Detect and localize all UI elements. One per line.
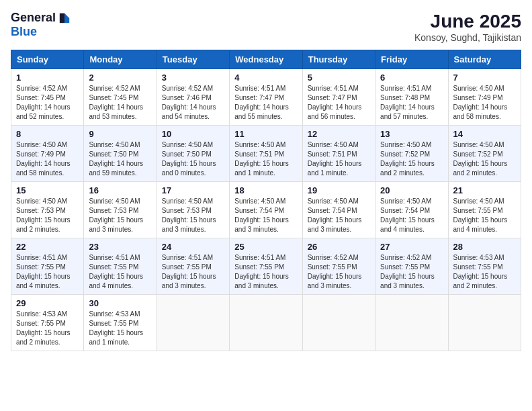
- day-info: Sunrise: 4:51 AMSunset: 7:47 PMDaylight:…: [234, 85, 289, 120]
- table-row: [448, 295, 521, 351]
- day-number: 4: [234, 73, 297, 83]
- calendar-header-saturday: Saturday: [448, 50, 521, 69]
- day-info: Sunrise: 4:50 AMSunset: 7:54 PMDaylight:…: [234, 197, 289, 233]
- day-info: Sunrise: 4:50 AMSunset: 7:54 PMDaylight:…: [380, 197, 435, 233]
- day-info: Sunrise: 4:52 AMSunset: 7:46 PMDaylight:…: [162, 85, 216, 120]
- day-number: 29: [16, 298, 79, 308]
- day-info: Sunrise: 4:51 AMSunset: 7:47 PMDaylight:…: [308, 85, 362, 120]
- table-row: 11 Sunrise: 4:50 AMSunset: 7:51 PMDaylig…: [230, 126, 302, 182]
- day-info: Sunrise: 4:53 AMSunset: 7:55 PMDaylight:…: [16, 310, 71, 346]
- table-row: 28 Sunrise: 4:53 AMSunset: 7:55 PMDaylig…: [448, 238, 521, 295]
- day-info: Sunrise: 4:50 AMSunset: 7:54 PMDaylight:…: [308, 197, 362, 233]
- day-info: Sunrise: 4:52 AMSunset: 7:45 PMDaylight:…: [16, 85, 71, 120]
- table-row: 10 Sunrise: 4:50 AMSunset: 7:50 PMDaylig…: [157, 126, 229, 182]
- calendar-week-row: 1 Sunrise: 4:52 AMSunset: 7:45 PMDayligh…: [11, 69, 521, 126]
- table-row: 20 Sunrise: 4:50 AMSunset: 7:54 PMDaylig…: [375, 182, 448, 238]
- day-number: 25: [234, 242, 297, 252]
- logo-general: General: [11, 11, 56, 25]
- day-info: Sunrise: 4:51 AMSunset: 7:55 PMDaylight:…: [89, 254, 143, 289]
- logo-blue: Blue: [11, 25, 37, 39]
- table-row: 19 Sunrise: 4:50 AMSunset: 7:54 PMDaylig…: [302, 182, 375, 238]
- day-number: 16: [89, 185, 151, 195]
- day-number: 14: [453, 129, 516, 139]
- table-row: 1 Sunrise: 4:52 AMSunset: 7:45 PMDayligh…: [11, 69, 84, 126]
- location-subtitle: Konsoy, Sughd, Tajikistan: [414, 32, 521, 43]
- calendar-header-row: SundayMondayTuesdayWednesdayThursdayFrid…: [11, 50, 521, 69]
- table-row: 5 Sunrise: 4:51 AMSunset: 7:47 PMDayligh…: [302, 69, 375, 126]
- month-year-title: June 2025: [414, 11, 521, 32]
- day-info: Sunrise: 4:52 AMSunset: 7:45 PMDaylight:…: [89, 85, 143, 120]
- day-number: 18: [234, 185, 297, 195]
- table-row: 2 Sunrise: 4:52 AMSunset: 7:45 PMDayligh…: [84, 69, 157, 126]
- day-info: Sunrise: 4:50 AMSunset: 7:51 PMDaylight:…: [234, 141, 289, 177]
- table-row: 16 Sunrise: 4:50 AMSunset: 7:53 PMDaylig…: [84, 182, 157, 238]
- table-row: 13 Sunrise: 4:50 AMSunset: 7:52 PMDaylig…: [375, 126, 448, 182]
- day-info: Sunrise: 4:50 AMSunset: 7:52 PMDaylight:…: [380, 141, 435, 177]
- table-row: [375, 295, 448, 351]
- table-row: 22 Sunrise: 4:51 AMSunset: 7:55 PMDaylig…: [11, 238, 84, 295]
- table-row: [302, 295, 375, 351]
- day-info: Sunrise: 4:52 AMSunset: 7:55 PMDaylight:…: [308, 254, 362, 289]
- title-block: June 2025 Konsoy, Sughd, Tajikistan: [414, 11, 521, 43]
- calendar-week-row: 22 Sunrise: 4:51 AMSunset: 7:55 PMDaylig…: [11, 238, 521, 295]
- logo-icon: [58, 12, 71, 24]
- calendar-header-tuesday: Tuesday: [157, 50, 229, 69]
- day-info: Sunrise: 4:50 AMSunset: 7:55 PMDaylight:…: [453, 197, 508, 233]
- day-info: Sunrise: 4:50 AMSunset: 7:53 PMDaylight:…: [16, 197, 71, 233]
- calendar-header-thursday: Thursday: [302, 50, 375, 69]
- day-number: 30: [89, 298, 151, 308]
- table-row: 17 Sunrise: 4:50 AMSunset: 7:53 PMDaylig…: [157, 182, 229, 238]
- day-number: 8: [16, 129, 79, 139]
- day-number: 1: [16, 73, 79, 83]
- table-row: 26 Sunrise: 4:52 AMSunset: 7:55 PMDaylig…: [302, 238, 375, 295]
- day-info: Sunrise: 4:51 AMSunset: 7:48 PMDaylight:…: [380, 85, 435, 120]
- calendar-header-monday: Monday: [84, 50, 157, 69]
- day-number: 7: [453, 73, 516, 83]
- day-number: 9: [89, 129, 151, 139]
- table-row: 14 Sunrise: 4:50 AMSunset: 7:52 PMDaylig…: [448, 126, 521, 182]
- table-row: 15 Sunrise: 4:50 AMSunset: 7:53 PMDaylig…: [11, 182, 84, 238]
- day-number: 12: [308, 129, 370, 139]
- day-info: Sunrise: 4:51 AMSunset: 7:55 PMDaylight:…: [16, 254, 71, 289]
- day-info: Sunrise: 4:53 AMSunset: 7:55 PMDaylight:…: [453, 254, 508, 289]
- table-row: 21 Sunrise: 4:50 AMSunset: 7:55 PMDaylig…: [448, 182, 521, 238]
- table-row: 27 Sunrise: 4:52 AMSunset: 7:55 PMDaylig…: [375, 238, 448, 295]
- day-number: 5: [308, 73, 370, 83]
- calendar-week-row: 29 Sunrise: 4:53 AMSunset: 7:55 PMDaylig…: [11, 295, 521, 351]
- day-number: 10: [162, 129, 224, 139]
- calendar-table: SundayMondayTuesdayWednesdayThursdayFrid…: [11, 50, 521, 351]
- day-number: 3: [162, 73, 224, 83]
- day-number: 20: [380, 185, 443, 195]
- table-row: 23 Sunrise: 4:51 AMSunset: 7:55 PMDaylig…: [84, 238, 157, 295]
- table-row: 4 Sunrise: 4:51 AMSunset: 7:47 PMDayligh…: [230, 69, 302, 126]
- table-row: [157, 295, 229, 351]
- day-number: 24: [162, 242, 224, 252]
- day-info: Sunrise: 4:50 AMSunset: 7:53 PMDaylight:…: [89, 197, 143, 233]
- table-row: 29 Sunrise: 4:53 AMSunset: 7:55 PMDaylig…: [11, 295, 84, 351]
- day-number: 2: [89, 73, 151, 83]
- calendar-week-row: 8 Sunrise: 4:50 AMSunset: 7:49 PMDayligh…: [11, 126, 521, 182]
- table-row: 24 Sunrise: 4:51 AMSunset: 7:55 PMDaylig…: [157, 238, 229, 295]
- table-row: 8 Sunrise: 4:50 AMSunset: 7:49 PMDayligh…: [11, 126, 84, 182]
- table-row: 9 Sunrise: 4:50 AMSunset: 7:50 PMDayligh…: [84, 126, 157, 182]
- calendar-week-row: 15 Sunrise: 4:50 AMSunset: 7:53 PMDaylig…: [11, 182, 521, 238]
- svg-marker-1: [64, 18, 69, 23]
- table-row: 25 Sunrise: 4:51 AMSunset: 7:55 PMDaylig…: [230, 238, 302, 295]
- day-info: Sunrise: 4:50 AMSunset: 7:49 PMDaylight:…: [453, 85, 508, 120]
- calendar-header-wednesday: Wednesday: [230, 50, 302, 69]
- day-number: 23: [89, 242, 151, 252]
- calendar-header-sunday: Sunday: [11, 50, 84, 69]
- day-info: Sunrise: 4:50 AMSunset: 7:53 PMDaylight:…: [162, 197, 216, 233]
- table-row: [230, 295, 302, 351]
- day-info: Sunrise: 4:50 AMSunset: 7:49 PMDaylight:…: [16, 141, 71, 177]
- day-info: Sunrise: 4:51 AMSunset: 7:55 PMDaylight:…: [234, 254, 289, 289]
- day-number: 22: [16, 242, 79, 252]
- day-number: 13: [380, 129, 443, 139]
- day-info: Sunrise: 4:51 AMSunset: 7:55 PMDaylight:…: [162, 254, 216, 289]
- day-number: 6: [380, 73, 443, 83]
- day-number: 15: [16, 185, 79, 195]
- day-number: 17: [162, 185, 224, 195]
- day-info: Sunrise: 4:50 AMSunset: 7:52 PMDaylight:…: [453, 141, 508, 177]
- day-number: 26: [308, 242, 370, 252]
- table-row: 30 Sunrise: 4:53 AMSunset: 7:55 PMDaylig…: [84, 295, 157, 351]
